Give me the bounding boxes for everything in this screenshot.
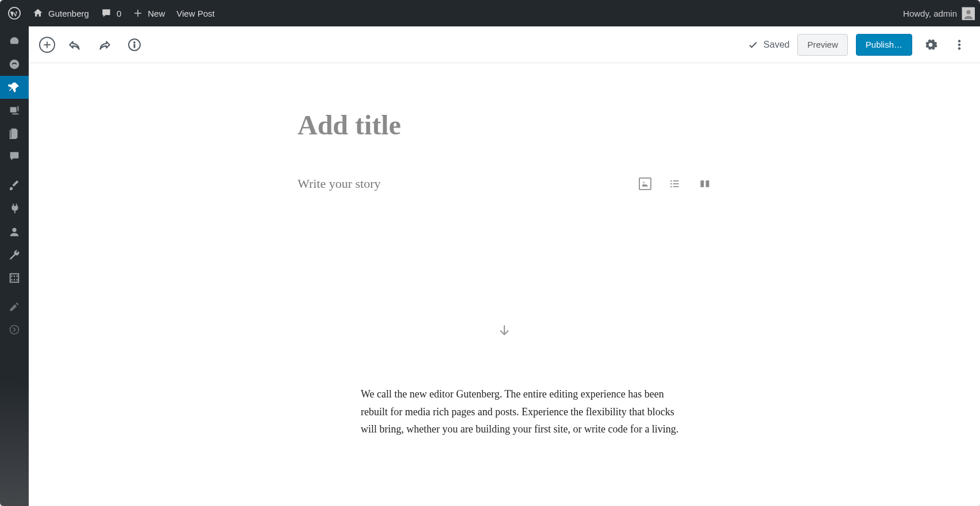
wordpress-logo[interactable] [2, 0, 26, 26]
media-icon [8, 104, 21, 117]
title-placeholder: Add title [298, 109, 711, 141]
svg-point-9 [958, 40, 960, 42]
preview-label: Preview [807, 40, 838, 49]
info-icon [128, 38, 141, 52]
preview-button[interactable]: Preview [797, 34, 847, 56]
more-vertical-icon [953, 38, 966, 51]
brush-icon [8, 180, 21, 192]
arrow-down-icon [497, 323, 512, 338]
post-title-input[interactable]: Add title [298, 109, 711, 141]
list-block-button[interactable] [669, 177, 681, 190]
sidebar-edit[interactable] [0, 295, 29, 318]
sidebar-dashboard[interactable] [0, 30, 29, 53]
svg-rect-16 [673, 183, 679, 184]
howdy-label[interactable]: Howdy, admin [903, 9, 957, 18]
svg-point-11 [958, 47, 960, 49]
comment-icon [101, 7, 112, 19]
publish-button[interactable]: Publish… [856, 34, 912, 56]
svg-point-13 [670, 180, 672, 182]
columns-block-button[interactable] [699, 177, 711, 190]
gutenberg-icon [8, 58, 21, 71]
dashboard-icon [8, 35, 21, 48]
svg-rect-19 [701, 180, 704, 187]
editor-toolbar: Saved Preview Publish… [29, 26, 980, 63]
site-name-label: Gutenberg [48, 9, 89, 18]
undo-icon [67, 37, 82, 52]
sidebar-tools[interactable] [0, 244, 29, 266]
list-icon [669, 178, 681, 190]
undo-button[interactable] [64, 34, 85, 55]
image-icon [641, 180, 649, 188]
avatar[interactable] [962, 7, 974, 20]
columns-icon [699, 178, 711, 190]
svg-point-10 [958, 44, 960, 46]
view-post-label: View Post [176, 9, 214, 18]
settings-button[interactable] [920, 34, 941, 55]
editor-content: Add title Write your story [29, 63, 980, 506]
svg-point-5 [10, 326, 19, 334]
saved-indicator: Saved [747, 39, 789, 51]
insert-after-button[interactable] [497, 323, 512, 341]
plus-circle-icon [43, 40, 52, 49]
svg-point-2 [966, 10, 970, 14]
sidebar-comments[interactable] [0, 145, 29, 168]
sidebar-pages[interactable] [0, 122, 29, 145]
view-post-link[interactable]: View Post [171, 0, 220, 26]
pin-icon [8, 81, 21, 94]
intro-paragraph[interactable]: We call the new editor Gutenberg. The en… [361, 385, 682, 438]
sidebar-gutenberg[interactable] [0, 53, 29, 76]
sidebar-collapse[interactable] [0, 318, 29, 341]
plug-icon [8, 203, 21, 215]
saved-label: Saved [763, 40, 789, 50]
more-options-button[interactable] [949, 34, 970, 55]
sliders-icon [8, 272, 21, 284]
collapse-icon [9, 324, 20, 335]
pencil-icon [9, 301, 20, 312]
comments-icon [8, 150, 21, 163]
info-button[interactable] [124, 34, 145, 55]
redo-icon [97, 37, 112, 52]
svg-rect-8 [134, 44, 135, 48]
svg-rect-14 [673, 180, 679, 181]
svg-point-12 [643, 182, 645, 183]
svg-point-3 [10, 60, 20, 69]
redo-button[interactable] [94, 34, 115, 55]
pages-icon [8, 127, 21, 140]
gear-icon [924, 38, 937, 52]
comments-count: 0 [117, 9, 121, 18]
admin-sidebar [0, 26, 29, 506]
story-input[interactable]: Write your story [298, 176, 639, 191]
comments-link[interactable]: 0 [95, 0, 127, 26]
block-inserter-quick [639, 177, 711, 190]
user-icon [8, 226, 21, 238]
svg-point-7 [134, 41, 136, 43]
site-home[interactable]: Gutenberg [26, 0, 95, 26]
svg-rect-20 [706, 180, 709, 187]
add-block-button[interactable] [39, 37, 55, 53]
svg-point-17 [670, 186, 672, 188]
svg-point-15 [670, 183, 672, 185]
publish-label: Publish… [866, 40, 902, 49]
sidebar-users[interactable] [0, 221, 29, 244]
check-icon [747, 39, 759, 51]
sidebar-posts[interactable] [0, 76, 29, 99]
image-block-button[interactable] [639, 177, 651, 190]
svg-rect-18 [673, 186, 679, 187]
new-link[interactable]: New [127, 0, 171, 26]
home-icon [32, 7, 44, 19]
new-label: New [148, 9, 165, 18]
sidebar-plugins[interactable] [0, 198, 29, 221]
svg-point-4 [12, 228, 16, 232]
sidebar-media[interactable] [0, 99, 29, 122]
plus-icon [133, 8, 143, 18]
sidebar-appearance[interactable] [0, 175, 29, 198]
wrench-icon [8, 249, 21, 261]
sidebar-settings[interactable] [0, 266, 29, 289]
admin-bar: Gutenberg 0 New View Post Howdy, admin [0, 0, 980, 26]
